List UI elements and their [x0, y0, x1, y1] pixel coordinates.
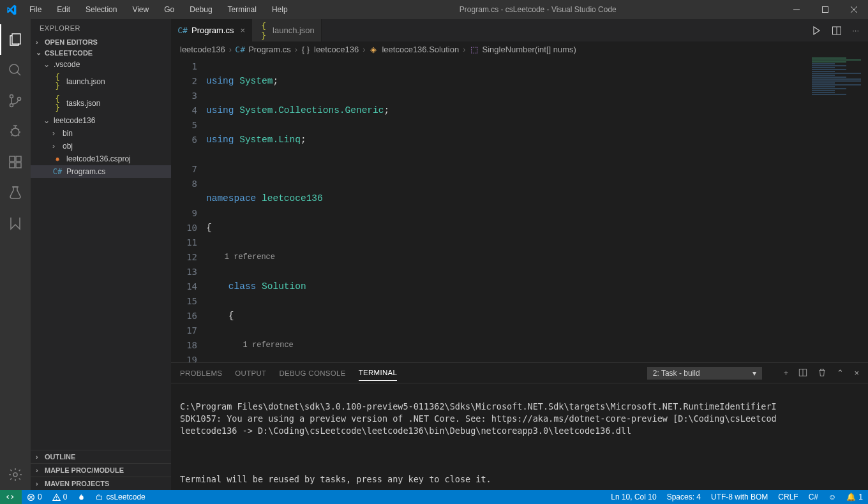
status-spaces[interactable]: Spaces: 4: [662, 490, 706, 504]
breadcrumb-method[interactable]: SingleNumber(int[] nums): [483, 45, 576, 54]
status-errors[interactable]: 0: [22, 490, 47, 504]
file-launch-json[interactable]: { }launch.json: [31, 71, 171, 93]
status-flame-icon[interactable]: [72, 490, 91, 504]
project-section[interactable]: ⌄CSLEETCODE: [31, 47, 171, 58]
menu-selection[interactable]: Selection: [79, 3, 123, 17]
namespace-icon: { }: [301, 45, 310, 54]
explorer-icon[interactable]: [0, 24, 31, 55]
debug-icon[interactable]: [0, 116, 31, 147]
outline-section[interactable]: ›OUTLINE: [31, 450, 171, 463]
chevron-up-icon[interactable]: ⌃: [837, 368, 844, 378]
chevron-down-icon: ▾: [752, 369, 756, 378]
status-notifications[interactable]: 🔔1: [841, 490, 868, 504]
terminal-output[interactable]: C:\Program Files\dotnet\sdk\3.0.100-prev…: [171, 383, 868, 490]
status-warnings[interactable]: 0: [47, 490, 73, 504]
status-folder[interactable]: 🗀csLeetcode: [91, 490, 150, 504]
search-icon[interactable]: [0, 55, 31, 85]
trash-icon[interactable]: [818, 368, 827, 378]
title-bar: File Edit Selection View Go Debug Termin…: [0, 0, 868, 19]
menu-go[interactable]: Go: [158, 3, 181, 17]
explorer-title: EXPLORER: [31, 19, 171, 37]
maple-section[interactable]: ›MAPLE PROC/MODULE: [31, 463, 171, 477]
menu-terminal[interactable]: Terminal: [221, 3, 263, 17]
file-tree: ⌄.vscode { }launch.json { }tasks.json ⌄l…: [31, 58, 171, 450]
close-button[interactable]: [839, 0, 868, 19]
close-panel-icon[interactable]: ×: [854, 368, 859, 378]
svg-line-18: [18, 135, 19, 136]
bottom-panel: PROBLEMS OUTPUT DEBUG CONSOLE TERMINAL 2…: [171, 362, 868, 490]
folder-vscode[interactable]: ⌄.vscode: [31, 58, 171, 71]
bookmark-icon[interactable]: [0, 208, 31, 239]
split-terminal-icon[interactable]: [798, 368, 807, 378]
breadcrumb-file[interactable]: Program.cs: [248, 45, 290, 54]
menu-view[interactable]: View: [126, 3, 155, 17]
svg-point-7: [10, 95, 13, 98]
editor-tabs: C#Program.cs× { }launch.json ···: [171, 19, 868, 41]
svg-rect-1: [822, 7, 828, 13]
settings-gear-icon[interactable]: [0, 459, 31, 490]
source-control-icon[interactable]: [0, 85, 31, 116]
menu-file[interactable]: File: [23, 3, 48, 17]
status-encoding[interactable]: UTF-8 with BOM: [706, 490, 773, 504]
file-tasks-json[interactable]: { }tasks.json: [31, 93, 171, 114]
class-icon: ◈: [369, 45, 378, 54]
remote-icon[interactable]: [0, 490, 22, 504]
tab-launch-json[interactable]: { }launch.json: [252, 19, 322, 41]
extensions-icon[interactable]: [0, 147, 31, 177]
menu-debug[interactable]: Debug: [183, 3, 218, 17]
window-controls: [782, 0, 868, 19]
panel-tab-problems[interactable]: PROBLEMS: [180, 366, 222, 381]
more-icon[interactable]: ···: [852, 26, 859, 35]
panel-tab-output[interactable]: OUTPUT: [235, 366, 266, 381]
run-icon[interactable]: [811, 26, 821, 36]
breadcrumb-class[interactable]: leetcoce136.Solution: [382, 45, 459, 54]
json-icon: { }: [258, 21, 269, 40]
editor-area: C#Program.cs× { }launch.json ··· leetcod…: [171, 19, 868, 490]
open-editors-section[interactable]: ›OPEN EDITORS: [31, 37, 171, 47]
terminal-selector[interactable]: 2: Task - build▾: [647, 367, 762, 380]
menu-edit[interactable]: Edit: [50, 3, 77, 17]
csharp-icon: C#: [177, 26, 188, 35]
file-program-cs[interactable]: C#Program.cs: [31, 165, 171, 178]
tab-program-cs[interactable]: C#Program.cs×: [171, 19, 252, 41]
folder-icon: 🗀: [96, 493, 103, 501]
method-icon: ⬚: [470, 45, 479, 54]
svg-rect-19: [10, 156, 15, 161]
sidebar: EXPLORER ›OPEN EDITORS ⌄CSLEETCODE ⌄.vsc…: [31, 19, 171, 490]
folder-bin[interactable]: ›bin: [31, 127, 171, 140]
svg-point-24: [13, 473, 17, 477]
bell-icon: 🔔: [846, 493, 856, 501]
split-editor-icon[interactable]: [832, 26, 842, 36]
minimap[interactable]: [809, 57, 867, 172]
status-eol[interactable]: CRLF: [773, 490, 803, 504]
activity-bar: [0, 19, 31, 490]
svg-point-8: [10, 104, 13, 107]
svg-rect-21: [16, 163, 21, 168]
maximize-button[interactable]: [811, 0, 839, 19]
line-numbers: 123456 78 91011121314151617181920: [171, 57, 206, 362]
window-title: Program.cs - csLeetcode - Visual Studio …: [294, 5, 782, 14]
close-icon[interactable]: ×: [240, 26, 245, 35]
menu-bar: File Edit Selection View Go Debug Termin…: [23, 3, 294, 17]
minimize-button[interactable]: [782, 0, 811, 19]
svg-point-33: [56, 499, 57, 500]
status-feedback-icon[interactable]: ☺: [823, 490, 841, 504]
code-content[interactable]: using System; using System.Collections.G…: [206, 57, 868, 362]
svg-rect-4: [12, 34, 20, 44]
status-line-col[interactable]: Ln 10, Col 10: [606, 490, 661, 504]
file-csproj[interactable]: ✸leetcode136.csproj: [31, 152, 171, 165]
maven-section[interactable]: ›MAVEN PROJECTS: [31, 477, 171, 490]
new-terminal-icon[interactable]: +: [784, 368, 789, 378]
test-icon[interactable]: [0, 177, 31, 208]
breadcrumb-folder[interactable]: leetcode136: [180, 45, 225, 54]
folder-leetcode136[interactable]: ⌄leetcode136: [31, 114, 171, 127]
menu-help[interactable]: Help: [266, 3, 294, 17]
code-editor[interactable]: 123456 78 91011121314151617181920 using …: [171, 57, 868, 362]
panel-tab-debug-console[interactable]: DEBUG CONSOLE: [279, 366, 345, 381]
status-language[interactable]: C#: [804, 490, 823, 504]
breadcrumb-namespace[interactable]: leetcoce136: [314, 45, 359, 54]
vscode-logo-icon: [0, 4, 23, 15]
folder-obj[interactable]: ›obj: [31, 140, 171, 152]
breadcrumbs[interactable]: leetcode136› C#Program.cs› { }leetcoce13…: [171, 41, 868, 57]
panel-tab-terminal[interactable]: TERMINAL: [359, 365, 398, 381]
